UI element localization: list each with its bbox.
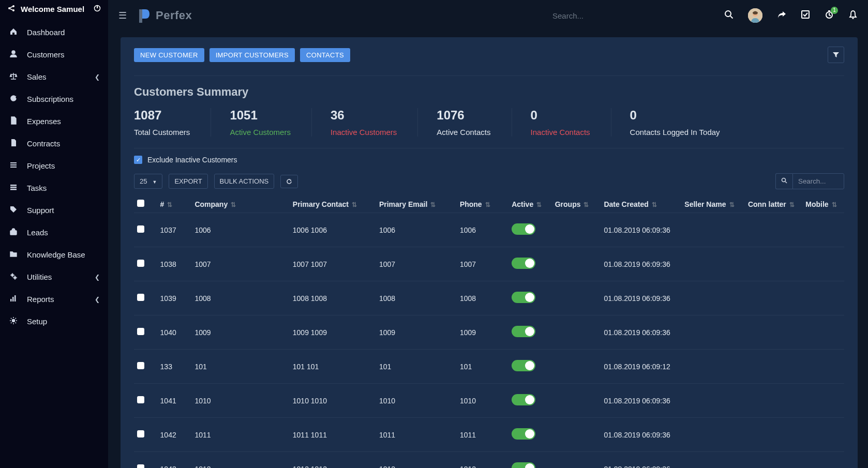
svg-point-4 — [12, 51, 15, 54]
row-checkbox[interactable] — [137, 396, 144, 403]
sidebar-item-customers[interactable]: Customers — [0, 43, 108, 66]
cell-mobile — [802, 281, 844, 315]
contacts-button[interactable]: CONTACTS — [300, 48, 350, 62]
checkbox-checked-icon[interactable]: ✓ — [134, 156, 142, 164]
power-icon[interactable] — [94, 5, 101, 13]
welcome-text: Welcome Samuel — [21, 5, 84, 13]
sidebar-item-utilities[interactable]: Utilities❮ — [0, 266, 108, 288]
svg-rect-7 — [10, 167, 17, 168]
forward-icon[interactable] — [777, 10, 786, 22]
col-date-created[interactable]: Date Created⇅ — [601, 195, 681, 213]
cell-company[interactable]: 1011 — [191, 418, 289, 452]
col-primary-contact[interactable]: Primary Contact⇅ — [290, 195, 376, 213]
cell-company[interactable]: 1007 — [191, 247, 289, 281]
new-customer-button[interactable]: NEW CUSTOMER — [134, 48, 204, 62]
table-search-icon[interactable] — [775, 173, 792, 189]
row-checkbox[interactable] — [137, 294, 144, 301]
sidebar-item-dashboard[interactable]: Dashboard — [0, 21, 108, 43]
customers-table: #⇅Company⇅Primary Contact⇅Primary Email⇅… — [134, 195, 844, 468]
cell-company[interactable]: 1010 — [191, 384, 289, 418]
global-search-input[interactable] — [552, 11, 708, 20]
todo-icon[interactable] — [801, 10, 810, 22]
brand-logo-icon — [138, 8, 151, 23]
cell-groups — [552, 384, 601, 418]
bell-icon[interactable] — [848, 10, 858, 22]
bars-icon — [8, 161, 19, 171]
cell-conn — [745, 247, 802, 281]
select-all-checkbox[interactable] — [137, 200, 144, 207]
col-active[interactable]: Active⇅ — [508, 195, 552, 213]
col-mobile[interactable]: Mobile⇅ — [802, 195, 844, 213]
active-toggle[interactable] — [512, 292, 535, 303]
scale-icon — [8, 72, 19, 82]
exclude-label: Exclude Inactive Customers — [147, 156, 237, 164]
sidebar-item-contracts[interactable]: Contracts — [0, 132, 108, 155]
col-phone[interactable]: Phone⇅ — [457, 195, 508, 213]
sidebar-item-label: Support — [27, 206, 54, 215]
row-checkbox[interactable] — [137, 328, 144, 335]
active-toggle[interactable] — [512, 258, 535, 269]
filter-button[interactable] — [828, 47, 844, 63]
active-toggle[interactable] — [512, 462, 535, 468]
stats-row: 1087Total Customers1051Active Customers3… — [134, 103, 844, 148]
col-groups[interactable]: Groups⇅ — [552, 195, 601, 213]
sidebar-item-subscriptions[interactable]: Subscriptions — [0, 88, 108, 110]
search-icon[interactable] — [724, 10, 734, 22]
cog-icon — [8, 316, 19, 326]
import-customers-button[interactable]: IMPORT CUSTOMERS — [209, 48, 295, 62]
sidebar-item-knowledge-base[interactable]: Knowledge Base — [0, 244, 108, 266]
col-seller-name[interactable]: Seller Name⇅ — [681, 195, 745, 213]
sidebar-item-setup[interactable]: Setup — [0, 310, 108, 333]
cell-seller — [681, 247, 745, 281]
sidebar-item-reports[interactable]: Reports❮ — [0, 288, 108, 310]
cell-company[interactable]: 1012 — [191, 452, 289, 469]
sidebar-item-label: Expenses — [27, 117, 61, 126]
row-checkbox[interactable] — [137, 430, 144, 437]
cell-company[interactable]: 1009 — [191, 315, 289, 350]
cell-mobile — [802, 452, 844, 469]
menu-toggle-icon[interactable]: ☰ — [118, 10, 127, 21]
cell-conn — [745, 418, 802, 452]
sidebar-item-tasks[interactable]: Tasks — [0, 177, 108, 199]
cell-contact: 1009 1009 — [290, 315, 376, 350]
row-checkbox[interactable] — [137, 225, 144, 233]
cell-contact: 1008 1008 — [290, 281, 376, 315]
cell-phone: 1007 — [457, 247, 508, 281]
bulk-actions-button[interactable]: BULK ACTIONS — [214, 174, 275, 189]
avatar[interactable] — [748, 8, 762, 23]
cell-company[interactable]: 1006 — [191, 213, 289, 247]
sidebar-item-projects[interactable]: Projects — [0, 155, 108, 177]
table-search-input[interactable] — [792, 173, 844, 189]
cell-mobile — [802, 384, 844, 418]
sidebar-item-sales[interactable]: Sales❮ — [0, 66, 108, 88]
col-company[interactable]: Company⇅ — [191, 195, 289, 213]
col-#[interactable]: #⇅ — [157, 195, 192, 213]
active-toggle[interactable] — [512, 428, 535, 440]
svg-point-2 — [12, 9, 14, 11]
refresh-button[interactable] — [280, 175, 298, 188]
timer-icon[interactable]: 1 — [825, 10, 834, 22]
row-checkbox[interactable] — [137, 260, 144, 267]
active-toggle[interactable] — [512, 223, 535, 235]
col-conn-latter[interactable]: Conn latter⇅ — [745, 195, 802, 213]
active-toggle[interactable] — [512, 394, 535, 405]
exclude-inactive[interactable]: ✓ Exclude Inactive Customers — [134, 148, 844, 171]
sidebar-item-label: Subscriptions — [27, 95, 73, 103]
page-size-select[interactable]: 25▼ — [134, 174, 162, 189]
export-button[interactable]: EXPORT — [169, 174, 207, 189]
cell-company[interactable]: 1008 — [191, 281, 289, 315]
row-checkbox[interactable] — [137, 362, 144, 369]
global-search — [552, 11, 708, 20]
active-toggle[interactable] — [512, 326, 535, 337]
sidebar-item-expenses[interactable]: Expenses — [0, 110, 108, 132]
row-checkbox[interactable] — [137, 464, 144, 468]
chevron-left-icon: ❮ — [95, 274, 100, 281]
active-toggle[interactable] — [512, 360, 535, 371]
cell-company[interactable]: 101 — [191, 350, 289, 384]
sidebar-item-leads[interactable]: Leads — [0, 221, 108, 244]
svg-rect-21 — [802, 11, 809, 18]
col-primary-email[interactable]: Primary Email⇅ — [376, 195, 457, 213]
cell-contact: 1010 1010 — [290, 384, 376, 418]
sidebar-item-support[interactable]: Support — [0, 199, 108, 221]
sort-icon: ⇅ — [430, 201, 436, 208]
